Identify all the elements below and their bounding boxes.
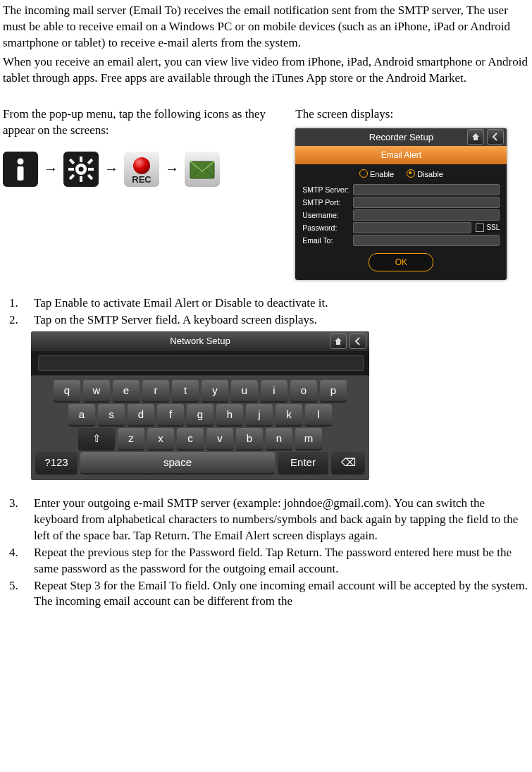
ssl-checkbox[interactable]: SSL (476, 223, 500, 233)
key-r[interactable]: r (142, 380, 169, 401)
back-icon[interactable] (487, 129, 504, 145)
settings-icon[interactable] (63, 152, 99, 187)
svg-point-15 (133, 157, 150, 174)
email-alert-tab[interactable]: Email Alert (295, 146, 507, 164)
key-p[interactable]: p (320, 380, 347, 401)
svg-rect-7 (80, 176, 82, 182)
username-label: Username: (302, 210, 353, 220)
right-column-text: The screen displays: (295, 106, 529, 123)
key-i[interactable]: i (261, 380, 287, 401)
key-z[interactable]: z (118, 428, 144, 449)
key-shift[interactable]: ⇧ (78, 428, 115, 449)
svg-rect-2 (18, 166, 24, 180)
svg-point-1 (18, 158, 24, 164)
smtp-port-input[interactable] (353, 197, 500, 208)
back-icon[interactable] (349, 333, 366, 349)
key-e[interactable]: e (113, 380, 140, 401)
key-b[interactable]: b (236, 428, 263, 449)
intro-paragraph-1: The incoming mail server (Email To) rece… (3, 3, 529, 51)
key-t[interactable]: t (172, 380, 199, 401)
key-enter[interactable]: Enter (278, 452, 328, 473)
svg-rect-9 (88, 168, 94, 171)
key-v[interactable]: v (206, 428, 233, 449)
step-5: Repeat Step 3 for the Email To field. On… (21, 578, 529, 611)
ok-button[interactable]: OK (369, 253, 433, 271)
smtp-server-input[interactable] (353, 184, 500, 195)
key-w[interactable]: w (83, 380, 110, 401)
key-x[interactable]: x (147, 428, 174, 449)
smtp-port-label: SMTP Port: (302, 197, 353, 207)
key-l[interactable]: l (305, 404, 332, 425)
intro-paragraph-2: When you receive an email alert, you can… (3, 54, 529, 87)
key-g[interactable]: g (187, 404, 214, 425)
key-u[interactable]: u (231, 380, 258, 401)
step-4: Repeat the previous step for the Passwor… (21, 545, 529, 577)
steps-list: Tap Enable to activate Email Alert or Di… (3, 295, 529, 329)
key-n[interactable]: n (266, 428, 292, 449)
recorder-setup-screen: Recorder Setup Email Alert Enable Disabl… (295, 128, 507, 281)
emailto-input[interactable] (353, 235, 500, 246)
key-o[interactable]: o (290, 380, 317, 401)
recorder-setup-title: Recorder Setup (369, 131, 433, 144)
key-backspace[interactable]: ⌫ (331, 452, 365, 473)
step-1: Tap Enable to activate Email Alert or Di… (21, 295, 529, 312)
key-y[interactable]: y (202, 380, 228, 401)
left-column-text: From the pop-up menu, tap the following … (3, 106, 288, 139)
steps-list-continued: Enter your outgoing e-mail SMTP server (… (3, 496, 529, 611)
svg-text:REC: REC (132, 174, 151, 185)
step-3: Enter your outgoing e-mail SMTP server (… (21, 496, 529, 544)
key-j[interactable]: j (246, 404, 273, 425)
home-icon[interactable] (467, 129, 484, 145)
arrow-icon: → (104, 159, 118, 178)
emailto-label: Email To: (302, 235, 353, 245)
arrow-icon: → (44, 159, 58, 178)
key-mode-switch[interactable]: ?123 (35, 452, 78, 473)
disable-radio[interactable]: Disable (407, 169, 443, 180)
svg-rect-8 (68, 168, 74, 171)
svg-point-5 (79, 166, 84, 171)
password-label: Password: (302, 223, 353, 233)
step-2: Tap on the SMTP Server field. A keyboard… (21, 312, 529, 329)
key-s[interactable]: s (98, 404, 125, 425)
key-f[interactable]: f (157, 404, 184, 425)
smtp-server-label: SMTP Server: (302, 185, 353, 195)
key-q[interactable]: q (54, 380, 80, 401)
key-d[interactable]: d (128, 404, 154, 425)
key-k[interactable]: k (276, 404, 302, 425)
password-input[interactable] (353, 222, 471, 233)
enable-radio[interactable]: Enable (359, 169, 394, 180)
network-setup-title: Network Setup (170, 335, 230, 348)
key-space[interactable]: space (80, 452, 275, 473)
key-c[interactable]: c (177, 428, 204, 449)
network-setup-keyboard-screen: Network Setup q w e r t y u i o p a s d … (31, 331, 369, 480)
icon-navigation-row: → → REC → (3, 152, 288, 187)
arrow-icon: → (165, 159, 179, 178)
keyboard-text-input[interactable] (38, 355, 364, 371)
key-h[interactable]: h (216, 404, 243, 425)
key-m[interactable]: m (295, 428, 322, 449)
info-icon[interactable] (3, 152, 38, 187)
alert-record-icon[interactable]: REC (124, 152, 159, 187)
home-icon[interactable] (330, 333, 347, 349)
svg-rect-6 (80, 157, 82, 162)
username-input[interactable] (353, 209, 500, 221)
key-a[interactable]: a (68, 404, 95, 425)
email-icon[interactable] (185, 152, 220, 187)
